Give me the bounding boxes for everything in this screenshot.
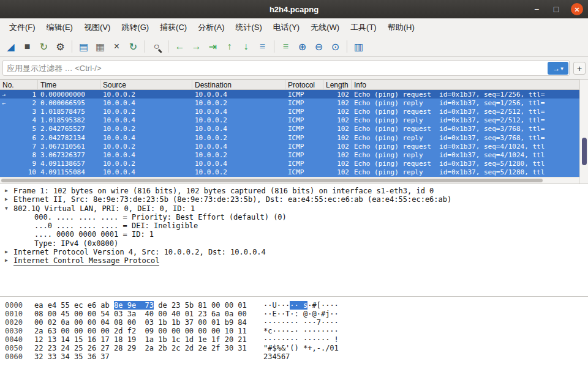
menu-analyze[interactable]: 分析(A) [192, 22, 230, 33]
packet-row[interactable]: ←20.00006659510.0.0.410.0.0.2ICMP102Echo… [0, 99, 579, 107]
go-last-button[interactable]: ↓ [238, 39, 254, 54]
detail-line[interactable]: ▶Frame 1: 102 bytes on wire (816 bits), … [0, 187, 588, 195]
go-back-button[interactable]: ← [172, 39, 188, 54]
expander-icon[interactable]: ▶ [5, 188, 8, 193]
hex-bytes: ea e4 55 ec e6 ab 8e 9e 73 de 23 5b 81 0… [34, 301, 247, 310]
cell-no: 3 [0, 108, 38, 116]
go-forward-button[interactable]: → [188, 39, 205, 54]
toolbar-separator [72, 40, 72, 53]
detail-text: Frame 1: 102 bytes on wire (816 bits), 1… [13, 187, 434, 195]
menu-statistics[interactable]: 统计(S) [230, 22, 267, 33]
packet-row[interactable]: 73.06731056110.0.0.210.0.0.4ICMP102Echo … [0, 142, 579, 151]
cell-destination: 10.0.0.2 [192, 151, 285, 159]
open-file-button[interactable]: ▤ [75, 39, 92, 54]
column-header-source[interactable]: Source [100, 80, 192, 89]
hex-offset: 0000 [5, 301, 23, 310]
hex-row[interactable]: 001008 00 45 00 00 54 03 3a 40 00 40 01 … [0, 310, 588, 318]
titlebar[interactable]: h2h4.pcapng − □ × [0, 0, 588, 18]
packet-number: 6 [32, 134, 36, 142]
detail-line[interactable]: ▶Internet Protocol Version 4, Src: 10.0.… [0, 248, 588, 256]
expander-icon[interactable]: ▶ [5, 196, 8, 202]
menu-tools[interactable]: 工具(T) [345, 22, 382, 33]
hex-row[interactable]: 006032 33 34 35 36 37234567 [0, 352, 588, 361]
horizontal-scrollbar-handle[interactable] [1, 179, 543, 182]
ascii-segment: ········ ······ ! [263, 335, 339, 344]
hex-row[interactable]: 005022 23 24 25 26 27 28 29 2a 2b 2c 2d … [0, 344, 588, 352]
column-header-destination[interactable]: Destination [192, 80, 285, 89]
detail-line[interactable]: ▶Internet Control Message Protocol [0, 256, 588, 265]
column-header-length[interactable]: Length [323, 80, 352, 89]
go-to-packet-button[interactable]: ⇥ [205, 39, 221, 54]
find-packet-button[interactable]: ○ [148, 39, 165, 54]
hex-row[interactable]: 002000 02 0a 00 00 04 08 00 03 1b 1b 37 … [0, 318, 588, 327]
menu-telephony[interactable]: 电话(Y) [268, 22, 305, 33]
close-file-button[interactable]: × [108, 39, 125, 54]
detail-text: .... 0000 0000 0001 = ID: 1 [34, 230, 154, 239]
cell-info: Echo (ping) request id=0x1b37, seq=3/768… [352, 125, 579, 133]
maximize-button[interactable]: □ [551, 4, 561, 14]
cell-time: 2.042782134 [38, 134, 100, 142]
menu-view[interactable]: 视图(V) [78, 22, 116, 33]
vertical-scrollbar[interactable] [579, 80, 588, 184]
reload-file-button[interactable]: ↻ [125, 39, 141, 54]
filter-apply-button[interactable]: → ▾ [548, 62, 568, 75]
vertical-scrollbar-handle[interactable] [582, 138, 587, 165]
detail-line[interactable]: ▶Ethernet II, Src: 8e:9e:73:de:23:5b (8e… [0, 195, 588, 204]
expander-icon[interactable]: ▶ [5, 258, 8, 263]
packet-row[interactable]: 94.09113865710.0.0.210.0.0.4ICMP102Echo … [0, 160, 579, 168]
zoom-in-button[interactable]: ⊕ [294, 39, 311, 54]
close-button[interactable]: × [571, 3, 583, 15]
cell-source: 10.0.0.2 [100, 143, 192, 151]
packet-row[interactable]: 104.09115508410.0.0.410.0.0.2ICMP102Echo… [0, 168, 579, 177]
zoom-original-button[interactable]: ⊙ [327, 39, 344, 54]
menu-go[interactable]: 跳转(G) [116, 22, 154, 33]
column-header-protocol[interactable]: Protocol [285, 80, 323, 89]
menu-edit[interactable]: 编辑(E) [41, 22, 78, 33]
expander-icon[interactable]: ▶ [5, 249, 8, 255]
stop-capture-button[interactable]: ■ [19, 39, 36, 54]
column-header-time[interactable]: Time [38, 80, 100, 89]
save-file-button[interactable]: ▦ [92, 39, 108, 54]
expander-icon[interactable]: ▼ [5, 206, 8, 211]
hex-row[interactable]: 004012 13 14 15 16 17 18 19 1a 1b 1c 1d … [0, 335, 588, 344]
packet-list: →10.00000000010.0.0.210.0.0.4ICMP102Echo… [0, 90, 579, 177]
start-capture-button[interactable]: ◢ [2, 39, 19, 54]
menu-wireless[interactable]: 无线(W) [305, 22, 345, 33]
column-header-info[interactable]: Info [352, 80, 579, 89]
packet-row[interactable]: →10.00000000010.0.0.210.0.0.4ICMP102Echo… [0, 90, 579, 99]
packet-row[interactable]: 31.01857847510.0.0.210.0.0.4ICMP102Echo … [0, 107, 579, 116]
hex-ascii: *c····-· ········ [263, 327, 339, 335]
minimize-button[interactable]: − [532, 4, 541, 14]
detail-line[interactable]: ▼802.1Q Virtual LAN, PRI: 0, DEI: 0, ID:… [0, 204, 588, 213]
menubar: 文件(F)编辑(E)视图(V)跳转(G)捕获(C)分析(A)统计(S)电话(Y)… [0, 18, 588, 37]
detail-line[interactable]: .... 0000 0000 0001 = ID: 1 [0, 230, 588, 239]
packet-row[interactable]: 52.04276552710.0.0.210.0.0.4ICMP102Echo … [0, 125, 579, 133]
display-filter-input[interactable] [2, 60, 570, 76]
detail-line[interactable]: Type: IPv4 (0x0800) [0, 239, 588, 248]
capture-options-button[interactable]: ⚙ [52, 39, 69, 54]
detail-line[interactable]: 000. .... .... .... = Priority: Best Eff… [0, 213, 588, 221]
packet-row[interactable]: 62.04278213410.0.0.410.0.0.2ICMP102Echo … [0, 133, 579, 142]
filter-add-button[interactable]: + [573, 62, 586, 75]
menu-file[interactable]: 文件(F) [4, 22, 41, 33]
menu-capture[interactable]: 捕获(C) [154, 22, 192, 33]
detail-text: ...0 .... .... .... = DEI: Ineligible [34, 221, 198, 230]
resize-columns-icon: ▥ [354, 41, 363, 53]
resize-columns-button[interactable]: ▥ [350, 39, 367, 54]
menu-help[interactable]: 帮助(H) [382, 22, 420, 33]
hex-row[interactable]: 0000ea e4 55 ec e6 ab 8e 9e 73 de 23 5b … [0, 301, 588, 310]
go-first-button[interactable]: ↑ [221, 39, 238, 54]
restart-capture-button[interactable]: ↻ [36, 39, 52, 54]
zoom-out-button[interactable]: ⊖ [311, 39, 327, 54]
packet-row[interactable]: 41.01859538210.0.0.410.0.0.2ICMP102Echo … [0, 116, 579, 125]
detail-line[interactable]: ...0 .... .... .... = DEI: Ineligible [0, 221, 588, 230]
packet-row[interactable]: 83.06732637710.0.0.410.0.0.2ICMP102Echo … [0, 151, 579, 159]
column-header-no[interactable]: No. [0, 80, 38, 89]
horizontal-scrollbar[interactable] [0, 177, 579, 184]
packet-number: 8 [32, 151, 36, 159]
hex-row[interactable]: 00302a 63 00 00 00 00 2d f2 09 00 00 00 … [0, 327, 588, 335]
colorize-button[interactable]: ≡ [277, 39, 294, 54]
auto-scroll-button[interactable]: ≡ [254, 39, 271, 54]
cell-no: 9 [0, 160, 38, 168]
zoom-in-icon: ⊕ [298, 41, 306, 53]
